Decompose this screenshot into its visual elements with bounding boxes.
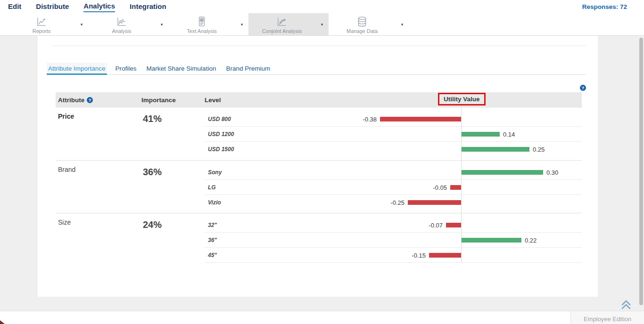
importance-value: 36%	[141, 161, 205, 213]
level-row-45: 45"-0.15	[205, 248, 582, 263]
attribute-header-label: Attribute	[58, 97, 84, 104]
primary-nav: EditDistributeAnalyticsIntegration	[0, 1, 166, 12]
toolbar-item-label: Reports	[33, 28, 51, 34]
reports-line-chart-icon	[35, 16, 48, 28]
level-label: 36"	[208, 237, 217, 243]
utility-value-header-highlight: Utility Value	[438, 93, 486, 105]
tab-market-share-simulation[interactable]: Market Share Simulation	[145, 63, 218, 73]
attribute-help-icon[interactable]: ?	[87, 97, 93, 103]
analytics-toolbar: Reports▾Analysis▾Text Analysis▾Conjoint …	[0, 13, 644, 36]
attribute-importance-table: Attribute ? Importance Level Utility Val…	[56, 92, 582, 266]
attribute-group-price: Price41%USD 800-0.38USD 12000.14USD 1500…	[56, 107, 582, 160]
toolbar-item-conjoint-analysis[interactable]: Conjoint Analysis▾	[248, 13, 329, 35]
level-row-lg: LG-0.05	[205, 180, 582, 195]
text-analysis-document-icon	[196, 16, 208, 28]
scrollbar-thumb[interactable]	[639, 38, 643, 305]
importance-value: 41%	[141, 107, 205, 160]
level-row-sony: Sony0.30	[205, 165, 582, 180]
level-row-vizio: Vizio-0.25	[205, 195, 582, 210]
utility-value-label: -0.38	[363, 116, 377, 123]
utility-bar	[462, 132, 500, 137]
level-label: USD 800	[208, 116, 231, 122]
tab-attribute-importance[interactable]: Attribute Importance	[47, 63, 107, 73]
level-row-36: 36"0.22	[205, 233, 582, 248]
level-label: Vizio	[208, 199, 221, 206]
tab-brand-premium[interactable]: Brand Premium	[224, 63, 272, 73]
table-header-row: Attribute ? Importance Level Utility Val…	[56, 92, 582, 107]
level-row-usd-1200: USD 12000.14	[205, 127, 582, 142]
utility-bar	[450, 185, 461, 190]
attribute-group-brand: Brand36%Sony0.30LG-0.05Vizio-0.25	[56, 160, 582, 213]
toolbar-item-label: Text Analysis	[187, 28, 217, 34]
dropdown-caret-icon[interactable]: ▾	[235, 13, 248, 35]
level-row-usd-1500: USD 15000.25	[205, 142, 582, 157]
level-row-32: 32"-0.07	[205, 218, 582, 233]
utility-bar	[462, 238, 521, 243]
utility-bar	[408, 200, 461, 205]
database-icon	[356, 16, 368, 28]
level-header-label: Level	[205, 97, 221, 104]
attribute-name: Price	[56, 107, 141, 160]
nav-item-distribute[interactable]: Distribute	[36, 2, 69, 11]
toolbar-item-label: Manage Data	[347, 28, 378, 34]
dropdown-caret-icon[interactable]: ▾	[155, 13, 168, 35]
toolbar-item-manage-data[interactable]: Manage Data▾	[329, 13, 409, 35]
level-label: USD 1200	[208, 131, 234, 138]
attribute-name: Size	[56, 213, 141, 266]
section-divider	[52, 46, 586, 46]
toolbar-item-label: Analysis	[112, 28, 132, 34]
utility-bar	[462, 170, 543, 175]
conjoint-tabs: Attribute ImportanceProfilesMarket Share…	[47, 63, 586, 75]
level-label: 32"	[208, 222, 217, 228]
level-rows: USD 800-0.38USD 12000.14USD 15000.25	[205, 107, 582, 160]
utility-bar	[446, 223, 461, 227]
responses-count[interactable]: Responses: 72	[582, 3, 644, 10]
toolbar-item-reports[interactable]: Reports▾	[8, 13, 88, 35]
level-rows: 32"-0.0736"0.2245"-0.15	[205, 213, 582, 266]
level-label: USD 1500	[208, 146, 234, 153]
utility-bar	[380, 117, 461, 122]
top-nav-bar: EditDistributeAnalyticsIntegration Respo…	[0, 0, 644, 13]
tab-profiles[interactable]: Profiles	[114, 63, 138, 73]
utility-value-label: -0.07	[429, 222, 443, 229]
toolbar-item-analysis[interactable]: Analysis▾	[88, 13, 168, 35]
toolbar-item-label: Conjoint Analysis	[262, 28, 302, 34]
level-row-usd-800: USD 800-0.38	[205, 112, 582, 127]
importance-value: 24%	[141, 213, 205, 266]
utility-value-label: 0.22	[525, 237, 537, 244]
edition-badge: Employee Edition	[570, 311, 644, 324]
toolbar-item-text-analysis[interactable]: Text Analysis▾	[168, 13, 248, 35]
utility-value-label: -0.25	[390, 199, 405, 206]
edition-label: Employee Edition	[584, 316, 631, 323]
dropdown-caret-icon[interactable]: ▾	[315, 13, 329, 35]
attribute-group-size: Size24%32"-0.0736"0.2245"-0.15	[56, 213, 582, 266]
utility-bar	[462, 147, 529, 152]
utility-value-label: 0.14	[503, 131, 515, 138]
importance-column-header: Importance	[141, 97, 205, 104]
analysis-line-chart-icon	[116, 16, 128, 28]
scroll-to-top-icon[interactable]	[620, 300, 632, 310]
utility-bar	[429, 253, 461, 258]
attribute-name: Brand	[56, 161, 141, 213]
dropdown-caret-icon[interactable]: ▾	[396, 13, 409, 35]
table-body: Price41%USD 800-0.38USD 12000.14USD 1500…	[56, 107, 582, 266]
help-icon[interactable]: ?	[580, 85, 586, 91]
utility-value-label: 0.30	[546, 169, 558, 176]
content-panel: Attribute ImportanceProfilesMarket Share…	[38, 36, 598, 297]
attribute-column-header: Attribute ?	[56, 97, 141, 104]
utility-value-label: -0.15	[412, 252, 426, 259]
utility-value-label: 0.25	[533, 146, 545, 153]
footer-bar: Employee Edition	[0, 311, 644, 324]
conjoint-scatter-chart-icon	[276, 16, 288, 28]
utility-value-label: -0.05	[433, 184, 447, 191]
level-label: LG	[208, 184, 216, 191]
level-rows: Sony0.30LG-0.05Vizio-0.25	[205, 161, 582, 213]
logo-fragment	[0, 320, 5, 324]
nav-item-edit[interactable]: Edit	[8, 2, 21, 11]
level-label: Sony	[208, 169, 222, 176]
nav-item-analytics[interactable]: Analytics	[83, 1, 115, 12]
nav-item-integration[interactable]: Integration	[130, 2, 166, 11]
level-column-header-cell: Level Utility Value	[205, 92, 582, 107]
level-label: 45"	[208, 252, 217, 259]
dropdown-caret-icon[interactable]: ▾	[75, 13, 88, 35]
